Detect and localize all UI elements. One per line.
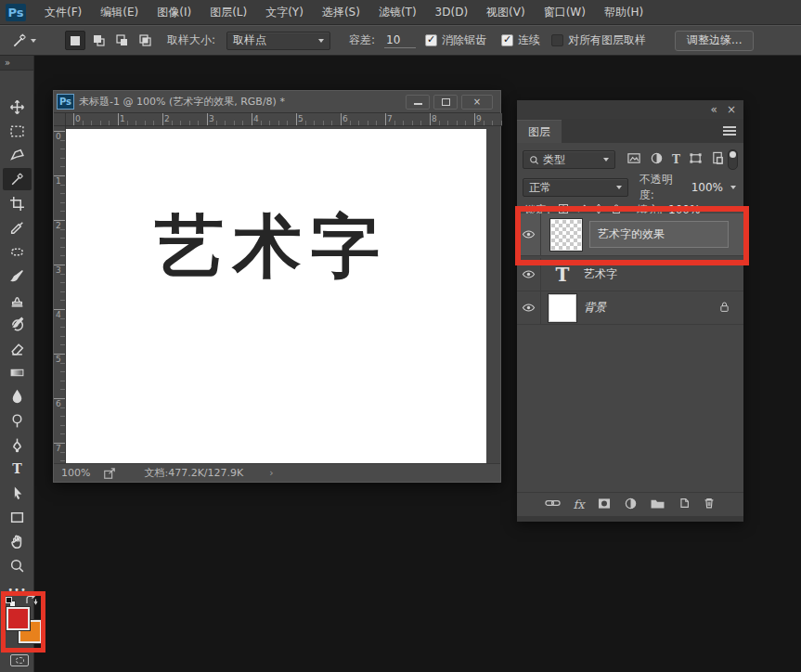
contiguous-label: 连续	[518, 32, 540, 48]
new-adjustment-layer-button[interactable]	[624, 497, 638, 513]
panel-menu-icon[interactable]	[723, 124, 736, 137]
filter-adjustment-layers-icon[interactable]	[650, 151, 664, 168]
new-selection-button[interactable]	[65, 31, 85, 50]
layers-panel: « × 图层 类型 T 正常 不透明度:	[517, 100, 743, 522]
add-to-selection-button[interactable]	[88, 31, 109, 50]
history-brush-tool[interactable]	[3, 313, 32, 335]
pen-tool[interactable]	[3, 433, 32, 456]
tolerance-input[interactable]: 10	[384, 25, 416, 56]
eyedropper-tool[interactable]	[3, 216, 32, 239]
close-button[interactable]: ×	[461, 95, 493, 110]
brush-icon	[9, 268, 25, 284]
delete-layer-button[interactable]	[703, 497, 716, 512]
filter-smart-objects-icon[interactable]	[711, 151, 725, 168]
vertical-ruler[interactable]: 01234567	[54, 126, 66, 465]
eraser-tool[interactable]	[3, 337, 32, 359]
ruler-number: 3	[209, 114, 214, 123]
checkbox-checked-icon	[501, 34, 513, 46]
rectangle-tool[interactable]	[3, 506, 32, 528]
panel-collapse-icon[interactable]: «	[711, 103, 717, 116]
export-icon[interactable]	[103, 467, 116, 480]
crop-tool[interactable]	[3, 192, 32, 214]
ruler-number: 8	[432, 114, 437, 123]
gradient-tool[interactable]	[3, 361, 32, 383]
magic-wand-icon	[9, 172, 25, 187]
menu-edit[interactable]: 编辑(E)	[91, 0, 148, 25]
minimize-button[interactable]	[406, 95, 430, 110]
layer-thumbnail-white[interactable]	[549, 294, 576, 322]
canvas-art-text: 艺术字	[155, 201, 389, 294]
minimize-icon	[414, 103, 422, 105]
menu-filter[interactable]: 滤镜(T)	[369, 0, 426, 25]
checkbox-unchecked-icon	[551, 34, 563, 46]
dodge-tool[interactable]	[3, 409, 32, 432]
clone-stamp-tool[interactable]	[3, 289, 32, 311]
horizontal-ruler[interactable]: 0123456789	[66, 113, 502, 126]
filter-type-layers-icon[interactable]: T	[672, 153, 680, 166]
link-layers-button[interactable]	[545, 498, 561, 511]
menu-image[interactable]: 图像(I)	[148, 0, 200, 25]
path-selection-tool[interactable]	[3, 482, 32, 504]
menu-3d[interactable]: 3D(D)	[426, 0, 477, 25]
refine-edge-button[interactable]: 调整边缘...	[675, 31, 754, 51]
intersect-selection-button[interactable]	[135, 31, 155, 50]
layer-name[interactable]: 背景	[584, 300, 606, 316]
hand-tool[interactable]	[3, 530, 32, 552]
filter-toggle-switch[interactable]	[728, 149, 738, 170]
menu-select[interactable]: 选择(S)	[313, 0, 369, 25]
blend-mode-dropdown[interactable]: 正常	[523, 178, 628, 197]
document-title-bar[interactable]: Ps 未标题-1 @ 100% (艺术字的效果, RGB/8) * ×	[54, 91, 500, 113]
brush-tool[interactable]	[3, 265, 32, 287]
new-layer-button[interactable]	[678, 497, 691, 512]
filter-type-value: 类型	[543, 152, 565, 168]
lasso-tool[interactable]	[3, 144, 32, 166]
quick-mask-button[interactable]	[10, 654, 29, 666]
marquee-icon	[9, 123, 25, 139]
dodge-icon	[9, 413, 25, 429]
opacity-chevron-icon[interactable]	[730, 186, 736, 189]
rectangular-marquee-tool[interactable]	[3, 120, 32, 142]
opacity-value[interactable]: 100%	[691, 181, 723, 194]
filter-type-dropdown[interactable]: 类型	[523, 150, 615, 169]
zoom-tool[interactable]	[3, 554, 32, 576]
blur-tool[interactable]	[3, 385, 32, 407]
text-layer-thumbnail-icon[interactable]: T	[549, 264, 576, 286]
magic-wand-tool[interactable]	[3, 168, 32, 190]
toolbar-collapse-icon[interactable]: »	[0, 56, 33, 71]
layers-panel-footer: fx	[517, 492, 743, 516]
layer-style-button[interactable]: fx	[573, 498, 584, 511]
maximize-button[interactable]	[433, 95, 458, 110]
type-tool[interactable]: T	[3, 458, 32, 480]
menu-layer[interactable]: 图层(L)	[200, 0, 256, 25]
subtract-from-selection-button[interactable]	[111, 31, 132, 50]
add-layer-mask-button[interactable]	[597, 498, 612, 512]
document-ps-icon: Ps	[58, 95, 73, 109]
spot-healing-brush-tool[interactable]	[3, 240, 32, 263]
current-tool-preview[interactable]	[11, 25, 36, 56]
canvas[interactable]: 艺术字	[66, 129, 486, 465]
sample-size-value: 取样点	[233, 32, 266, 48]
contiguous-checkbox[interactable]: 连续	[501, 25, 540, 56]
sample-all-layers-checkbox[interactable]: 对所有图层取样	[551, 25, 646, 56]
new-group-button[interactable]	[650, 498, 665, 512]
menu-help[interactable]: 帮助(H)	[595, 0, 652, 25]
zoom-level-field[interactable]: 100%	[61, 467, 90, 479]
layer-row-background[interactable]: 背景	[517, 291, 743, 325]
status-chevron-icon[interactable]: ›	[269, 467, 273, 479]
anti-alias-checkbox[interactable]: 消除锯齿	[425, 25, 486, 56]
panel-close-icon[interactable]: ×	[727, 103, 736, 116]
menu-view[interactable]: 视图(V)	[477, 0, 535, 25]
menu-window[interactable]: 窗口(W)	[535, 0, 595, 25]
layers-tab[interactable]: 图层	[517, 120, 562, 143]
sample-size-dropdown[interactable]: 取样点	[226, 25, 330, 56]
visibility-toggle[interactable]	[517, 291, 541, 324]
ruler-number: 2	[164, 114, 170, 123]
move-tool[interactable]	[3, 96, 32, 118]
layer-name[interactable]: 艺术字	[584, 266, 617, 282]
ruler-number: 7	[56, 444, 61, 453]
menu-file[interactable]: 文件(F)	[35, 0, 91, 25]
filter-pixel-layers-icon[interactable]	[627, 151, 641, 168]
checkbox-checked-icon	[425, 34, 437, 46]
filter-shape-layers-icon[interactable]	[689, 151, 703, 168]
menu-type[interactable]: 文字(Y)	[256, 0, 313, 25]
